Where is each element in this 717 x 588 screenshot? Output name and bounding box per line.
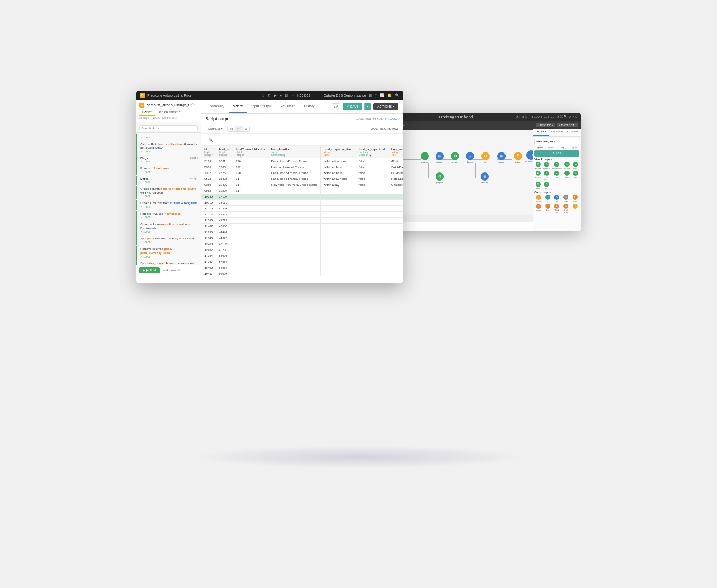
more-icon[interactable]: ··· xyxy=(291,93,294,97)
search-steps-input[interactable] xyxy=(139,125,198,131)
cr-shell[interactable]: $ Shell xyxy=(562,195,570,202)
flow-node-5[interactable]: ⊞ dataset xyxy=(466,152,474,163)
settings-icon[interactable]: ⚙ xyxy=(267,93,271,97)
vr-explore[interactable]: ⊞ Explore xyxy=(534,162,542,169)
step-item-amencount[interactable]: Create column amenities_count with Pytho… xyxy=(136,221,201,235)
vr-pivot[interactable]: ⊞ Pivot xyxy=(534,182,542,189)
step-item-clear[interactable]: Clear cells in host_verifications if val… xyxy=(136,141,201,155)
cr-r[interactable]: R R xyxy=(544,195,552,202)
view-btn-2[interactable]: ⊞ xyxy=(235,126,243,131)
vr-distinct[interactable]: ◈ Distinct xyxy=(572,162,579,169)
flow-node-9[interactable]: ⚙ prepare xyxy=(436,172,444,184)
flow-node-8[interactable]: P python xyxy=(514,152,522,163)
build-btn[interactable]: Build xyxy=(546,147,556,149)
tab-advanced[interactable]: Advanced xyxy=(276,100,300,114)
vr-window[interactable]: ▣ Window xyxy=(534,171,542,181)
step-item-removecols[interactable]: Remove columns price, price_currency_cod… xyxy=(136,246,201,260)
table-row[interactable]: 5396 7903 122 Istanbul, Istanbul, Turkey… xyxy=(201,164,403,170)
tab-summary[interactable]: Summary xyxy=(206,100,229,114)
cr-sql[interactable]: S SQL xyxy=(553,195,561,202)
explore-btn[interactable]: Explore xyxy=(534,147,545,149)
stream-btn[interactable]: Local stream ⚙ xyxy=(162,269,180,272)
step-item-dates[interactable]: Dates 6 steps ✓ 10000 xyxy=(136,176,201,185)
cr-sparksql[interactable]: S Spark SQL xyxy=(553,204,561,214)
flow-node-2[interactable]: ⚙ prepare xyxy=(421,152,429,163)
tab-inputoutput[interactable]: Input / Output xyxy=(247,100,276,114)
table-row[interactable]: 12268 47196 xyxy=(201,241,403,247)
table-row[interactable]: 16498 64054 xyxy=(201,265,403,271)
table-row[interactable]: 11798 44444 xyxy=(201,229,403,235)
save-dropdown-btn[interactable]: ▾ xyxy=(364,103,371,110)
export-btn[interactable]: Export xyxy=(569,147,579,149)
question-icon[interactable]: ? xyxy=(375,93,377,97)
actions-btn[interactable]: ACTIONS ▾ xyxy=(373,103,398,110)
chart-icon[interactable]: 📈 xyxy=(380,93,384,97)
dataset-btn[interactable]: + DATASET ▾ xyxy=(557,123,578,127)
step-item-remove[interactable]: Remove 12 columns ✓ 10000 xyxy=(136,165,201,175)
rp-tab-actions[interactable]: ACTIONS xyxy=(565,129,581,136)
table-row[interactable]: 11848 44626 xyxy=(201,235,403,241)
vr-topn[interactable]: ↑ Top N xyxy=(563,171,571,181)
output-link[interactable]: 10000 xyxy=(389,117,397,120)
table-row[interactable]: 10710 38170 xyxy=(201,199,403,205)
rp-tab-details[interactable]: DETAILS xyxy=(533,129,549,136)
vr-sample[interactable]: ⊡ Sample/Filter xyxy=(551,162,562,169)
record-icon[interactable]: ● xyxy=(280,93,282,97)
info-icon[interactable]: ⓘ xyxy=(191,103,195,107)
vr-sort[interactable]: ⇅ Sort xyxy=(572,171,579,181)
vr-join[interactable]: ⊕ Join with... xyxy=(543,171,550,181)
vr-split[interactable]: ⊘ Split xyxy=(551,171,562,181)
cr-python[interactable]: P Python xyxy=(534,195,543,202)
sidebar-tab-design[interactable]: Design Sample xyxy=(155,109,183,116)
flow-node-3[interactable]: ⊞ dataset xyxy=(436,152,444,163)
step-item-flags[interactable]: Flags 3 steps ✓ 10000 xyxy=(136,155,201,165)
step-item-price[interactable]: Split price between currency and amount … xyxy=(136,235,201,245)
table-row[interactable]: 11487 42666 xyxy=(201,223,403,229)
run-btn[interactable]: ▶ ▶ RUN xyxy=(139,267,160,273)
step-item-1[interactable]: ✓ 10000 xyxy=(136,134,201,141)
step-item-geo[interactable]: Create GeoPoint from latitude & longitud… xyxy=(136,200,201,210)
recipe-btn[interactable]: + RECIPE ▾ xyxy=(536,123,555,127)
table-search-input[interactable] xyxy=(206,137,257,143)
flow-node-7[interactable]: ⊞ output xyxy=(497,152,506,163)
view-btn-1[interactable]: ⊟ xyxy=(228,126,235,131)
view-btn-3[interactable]: ≡ xyxy=(243,126,249,131)
step-item-extra[interactable]: Split extra_people between currency and … xyxy=(136,260,201,264)
table-row[interactable]: 14264 55995 xyxy=(201,253,403,259)
table-row[interactable]: 10586 37107 xyxy=(201,194,403,199)
display-btn[interactable]: DISPLAY ▾ xyxy=(206,126,225,131)
sidebar-tab-script[interactable]: Script xyxy=(139,109,155,116)
flow-node-4[interactable]: ⚙ prepare xyxy=(451,152,459,163)
cr-other[interactable]: + xyxy=(571,204,579,214)
table-row[interactable]: 9359 28422 117 New York, New York, Unite… xyxy=(201,182,403,188)
grid2-icon[interactable]: ⊞ xyxy=(369,93,372,97)
tag-btn[interactable]: Tag xyxy=(557,147,568,149)
cr-hive[interactable]: H Hive xyxy=(571,195,579,202)
grid-icon[interactable]: ⊡ xyxy=(285,93,288,97)
tab-script[interactable]: Script xyxy=(229,100,247,114)
table-row[interactable]: 11170 40963 xyxy=(201,205,403,211)
search2-icon[interactable]: 🔍 xyxy=(395,93,399,97)
cr-pig[interactable]: P Pig xyxy=(544,204,552,214)
step-item-amenities[interactable]: Replace 4 values in amenities ✓ 10000 xyxy=(136,211,201,221)
table-row[interactable]: 11265 41719 xyxy=(201,217,403,223)
table-row[interactable]: 11213 41322 xyxy=(201,211,403,217)
cr-impala[interactable]: I Impala xyxy=(534,204,543,214)
table-row[interactable]: 12452 48733 xyxy=(201,247,403,253)
table-row[interactable]: 8522 25435 117 Paris, Île-de-France, Fra… xyxy=(201,176,403,182)
table-row[interactable]: 9952 33534 117 xyxy=(201,188,403,194)
table-row[interactable]: 16457 64057 xyxy=(201,271,403,276)
lab-btn[interactable]: ⚗ LAB xyxy=(534,150,579,157)
table-row[interactable]: 3109 3631 126 Paris, Île-de-France, Fran… xyxy=(201,158,403,164)
vr-group[interactable]: ≡ Group xyxy=(563,162,571,169)
table-row[interactable]: 7397 2626 128 Paris, Île-de-France, Fran… xyxy=(201,170,403,176)
alert-icon[interactable]: 🔔 xyxy=(387,93,392,97)
save-btn[interactable]: ✓ SAVE xyxy=(343,103,363,110)
vr-prepare[interactable]: ⚙ Prepare xyxy=(543,162,550,169)
tab-history[interactable]: History xyxy=(300,100,319,114)
step-item-verif[interactable]: Create column host_verifications_count w… xyxy=(136,186,201,200)
home-icon[interactable]: ⌂ xyxy=(262,93,264,97)
flow-node-6[interactable]: ⊕ join xyxy=(481,152,490,163)
play-icon[interactable]: ▶ xyxy=(274,93,277,97)
flow-node-10[interactable]: ⊞ selected xyxy=(481,172,489,184)
